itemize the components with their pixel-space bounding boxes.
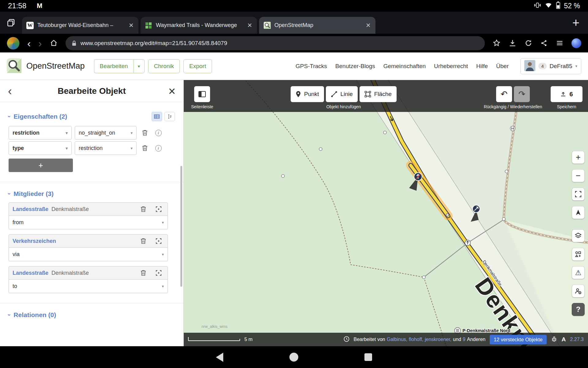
chevron-down-icon: ▾ [130,131,133,135]
android-home-button[interactable] [289,353,298,362]
close-tab-icon[interactable]: × [365,21,371,30]
tab-openstreetmap[interactable]: OpenStreetMap × [259,17,375,34]
bookmark-star-icon[interactable] [492,39,501,47]
member-role-select[interactable]: from ▾ [9,216,168,229]
chevron-down-icon: ▾ [162,284,164,289]
zoom-in-button[interactable]: + [572,151,585,164]
browser-profile-avatar[interactable] [7,37,20,50]
version-label[interactable]: 2.27.3 [570,337,584,342]
trash-icon[interactable] [138,236,149,246]
copilot-icon[interactable] [571,38,581,48]
help-button[interactable]: ? [572,303,585,316]
text-view-toggle[interactable] [164,112,175,121]
trash-icon[interactable] [138,204,149,214]
add-line-button[interactable]: Linie [326,86,358,102]
map-area[interactable]: Denkmalstraße Denkmalstraße P-Denkmalstr… [184,80,588,346]
report-bug-icon[interactable] [551,336,557,343]
user-settings-button[interactable] [572,285,585,297]
tab-switcher-icon[interactable] [4,16,18,29]
member-name: Denkmalstraße [51,206,89,213]
junction-node[interactable] [465,240,470,246]
relations-heading[interactable]: › Relationen (0) [9,311,175,319]
nav-link-copyright[interactable]: Urheberrecht [434,63,468,70]
add-object-cluster: Punkt Linie Fläche Objekt hinzufügen [291,86,397,109]
member-role-select[interactable]: via ▾ [9,248,168,261]
geolocate-button[interactable] [572,206,585,219]
download-icon[interactable] [508,39,517,47]
map-data-button[interactable] [572,248,585,261]
member-type-link[interactable]: Landesstraße [13,270,48,276]
close-tab-icon[interactable]: × [128,21,134,30]
edit-button[interactable]: Bearbeiten [94,59,134,73]
home-icon[interactable] [50,39,58,47]
properties-heading[interactable]: › Eigenschaften (2) [9,112,175,121]
tab-wikipedia[interactable]: W Teutoburger Wald-Eisenbahn – × [22,17,138,34]
url-field[interactable]: www.openstreetmap.org/edit#map=21/51.907… [66,36,485,50]
zoom-out-button[interactable]: − [572,169,585,182]
issues-button[interactable]: ⚠ [572,266,585,279]
map-canvas[interactable]: Denkmalstraße Denkmalstraße P-Denkmalstr… [184,80,588,346]
new-tab-button[interactable]: + [572,17,579,29]
nav-link-about[interactable]: Über [496,63,509,70]
table-view-toggle[interactable] [152,112,162,121]
nav-link-help[interactable]: Hilfe [476,63,488,70]
browser-forward-button[interactable]: › [38,38,42,48]
trash-icon[interactable] [138,268,149,278]
zoom-to-selection-button[interactable] [572,188,585,201]
conjunction: und [453,337,461,342]
chevron-down-icon: ▾ [66,131,68,135]
close-tab-icon[interactable]: × [247,21,253,30]
member-actions [138,204,164,214]
hidden-objects-badge[interactable]: 12 versteckte Objekte [490,335,547,344]
close-icon[interactable]: × [168,85,175,97]
status-left: 21:58 M [8,2,42,10]
refresh-icon[interactable] [524,39,533,47]
tag-value-select[interactable]: restriction▾ [75,141,137,155]
info-icon[interactable]: i [153,128,164,138]
tag-key-select[interactable]: type▾ [9,141,72,155]
nav-link-gps-tracks[interactable]: GPS-Tracks [296,63,327,70]
save-button[interactable]: 6 [551,86,582,102]
undo-button[interactable]: ↶ [496,86,512,102]
zoom-to-icon[interactable] [153,236,164,246]
redo-button[interactable]: ↷ [514,86,530,102]
background-layers-button[interactable] [572,229,585,242]
sidebar-scrollbar[interactable] [180,166,182,287]
share-icon[interactable] [540,39,548,47]
add-tag-button[interactable]: + [9,159,73,172]
member-role-value: from [13,219,24,226]
android-back-button[interactable] [216,353,223,362]
relations-heading-label: Relationen (0) [13,311,56,319]
member-role-select[interactable]: to ▾ [9,280,168,293]
nav-link-user-blogs[interactable]: Benutzer-Blogs [335,63,375,70]
export-button[interactable]: Export [183,59,212,73]
tab-waymarked-trails[interactable]: Waymarked Trails - Wanderwege × [141,17,257,34]
editor-user-links[interactable]: Galbinus, flohoff, jenskroener, [387,337,451,342]
info-icon[interactable]: i [153,143,164,153]
tag-key-select[interactable]: restriction▾ [9,126,72,140]
add-area-button[interactable]: Fläche [360,86,397,102]
zoom-to-icon[interactable] [153,268,164,278]
back-chevron-icon[interactable]: ‹ [8,85,12,97]
user-menu[interactable]: 4 DeFra85 ▾ [520,58,581,74]
members-heading[interactable]: › Mitglieder (3) [9,190,175,197]
sidebar-toggle-button[interactable] [194,86,210,102]
others-count-link[interactable]: 9 [463,337,466,342]
trash-icon[interactable] [140,128,150,138]
android-recents-button[interactable] [364,353,372,361]
menu-icon[interactable] [556,39,564,47]
trash-icon[interactable] [140,143,150,153]
tag-value-select[interactable]: no_straight_on▾ [75,126,137,140]
add-point-button[interactable]: Punkt [291,86,324,102]
android-status-bar: 21:58 M 52 % [0,0,588,12]
member-type-link[interactable]: Landesstraße [13,206,48,213]
nav-link-communities[interactable]: Gemeinschaften [383,63,426,70]
locale-icon[interactable]: A [562,336,566,343]
gate-node[interactable] [510,126,515,131]
edit-caret-button[interactable]: ▾ [134,59,145,73]
history-button[interactable]: Chronik [148,59,180,73]
browser-back-button[interactable]: ‹ [27,38,31,48]
member-type-link[interactable]: Verkehrszeichen [13,238,56,244]
map-node [422,276,425,279]
zoom-to-icon[interactable] [153,204,164,214]
